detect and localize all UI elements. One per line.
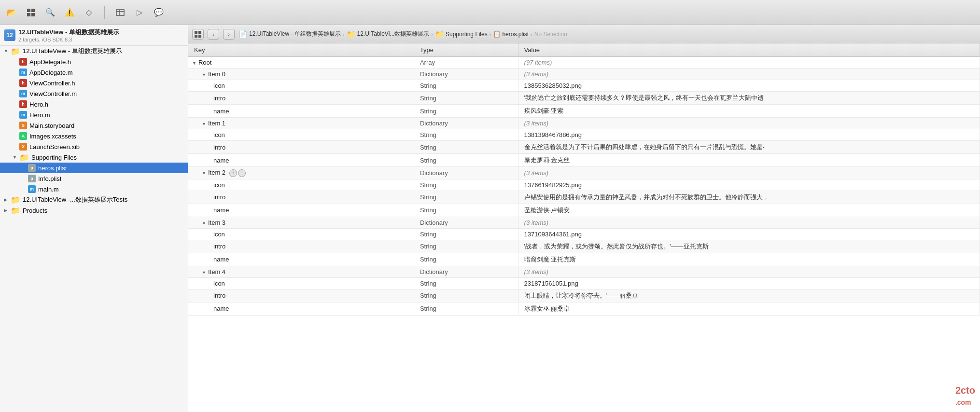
plist-type-cell: String	[414, 277, 518, 289]
plist-key-label: icon	[213, 231, 225, 238]
table-row[interactable]: nameString圣枪游侠·卢锡安	[188, 204, 980, 217]
breadcrumb-item-plist[interactable]: 📋 heros.plist	[493, 30, 529, 38]
table-row[interactable]: ▼Item 0Dictionary(3 items)	[188, 69, 980, 80]
remove-row-button[interactable]: −	[238, 169, 246, 177]
plist-key-label: intro	[213, 243, 225, 250]
sidebar-items-container: ▼📁12.UITableView - 单组数据英雄展示hAppDelegate.…	[0, 46, 188, 216]
sidebar-item-images.xcassets[interactable]: AImages.xcassets	[0, 131, 188, 141]
disclosure-project-root[interactable]: ▼	[4, 49, 10, 54]
sidebar-item-hero.m[interactable]: mHero.m	[0, 110, 188, 120]
disclosure-Tests[interactable]: ▶	[4, 197, 10, 202]
plist-key-label: Item 2	[208, 169, 225, 176]
row-disclosure[interactable]: ▼	[202, 221, 206, 226]
sidebar-item-label: Hero.m	[29, 111, 50, 119]
sidebar-item-supporting-files[interactable]: ▼📁Supporting Files	[0, 152, 188, 163]
breadcrumb-label-group: 12.UITableVi...数据英雄展示	[357, 30, 430, 38]
sidebar-item-label: AppDelegate.m	[29, 69, 73, 76]
sidebar-item-project-root[interactable]: ▼📁12.UITableView - 单组数据英雄展示	[0, 46, 188, 56]
sidebar-item-label: heros.plist	[38, 165, 67, 172]
plist-type-cell: String	[414, 179, 518, 191]
plist-key-label: Root	[198, 59, 211, 66]
plist-value-cell: 金克丝活着就是为了不计后果的四处肆虐，在她身后留下的只有一片混乱与恐慌。她是-	[518, 141, 980, 154]
row-disclosure[interactable]: ▼	[202, 270, 206, 275]
table-row[interactable]: ▼Item 2+−Dictionary(3 items)	[188, 167, 980, 179]
sidebar-item-tests[interactable]: ▶📁12.UITableView -...数据英雄展示Tests	[0, 194, 188, 205]
plist-value-cell: (3 items)	[518, 167, 980, 179]
plist-key-label: name	[213, 256, 229, 263]
sidebar-item-products[interactable]: ▶📁Products	[0, 205, 188, 216]
row-disclosure[interactable]: ▼	[192, 61, 196, 66]
sidebar-item-label: Images.xcassets	[29, 133, 76, 140]
table-row[interactable]: iconString1385536285032.png	[188, 80, 980, 92]
table-row[interactable]: introString闭上眼睛，让寒冷将你夺去。'——丽桑卓	[188, 289, 980, 302]
sidebar-item-appdelegate.m[interactable]: mAppDelegate.m	[0, 67, 188, 78]
disclosure-Supporting Files[interactable]: ▼	[13, 155, 18, 160]
diamond-icon[interactable]: ◇	[83, 7, 95, 18]
plist-type-cell: String	[414, 154, 518, 167]
table-row[interactable]: nameString暗裔剑魔·亚托克斯	[188, 253, 980, 266]
plist-type-cell: String	[414, 129, 518, 141]
plist-icon: p	[28, 175, 36, 182]
folder-icon[interactable]: 📂	[6, 7, 17, 18]
plist-key-label: name	[213, 206, 229, 214]
row-disclosure[interactable]: ▼	[202, 171, 206, 176]
grid-icon[interactable]	[25, 7, 37, 18]
table-row[interactable]: introString卢锡安使用的是拥有传承力量的神圣武器，并成为对付不死族群的…	[188, 191, 980, 204]
table-row[interactable]: introString'我的逃亡之旅到底还需要持续多久？即使是最强之风，终有一天…	[188, 92, 980, 105]
plist-value-cell: 圣枪游侠·卢锡安	[518, 204, 980, 217]
table-row[interactable]: introString'战者，或为荣耀，或为赞颂。然此皆仅为战所存也。'——亚托…	[188, 240, 980, 253]
row-disclosure[interactable]: ▼	[202, 122, 206, 126]
table-row[interactable]: nameString疾风剑豪·亚索	[188, 105, 980, 118]
breadcrumb-item-supporting[interactable]: 📁 Supporting Files	[435, 30, 488, 39]
table-row[interactable]: iconString1371093644361.png	[188, 228, 980, 240]
table-row[interactable]: ▼Item 4Dictionary(3 items)	[188, 266, 980, 277]
speech-icon[interactable]: 💬	[153, 7, 165, 18]
table-row[interactable]: introString金克丝活着就是为了不计后果的四处肆虐，在她身后留下的只有一…	[188, 141, 980, 154]
nav-forward-btn[interactable]: ›	[223, 29, 235, 40]
sidebar-item-label: Products	[23, 207, 47, 214]
warning-icon[interactable]: ⚠️	[64, 7, 75, 18]
sidebar-item-appdelegate.h[interactable]: hAppDelegate.h	[0, 56, 188, 67]
table-row[interactable]: ▼Item 3Dictionary(3 items)	[188, 217, 980, 228]
plist-value-cell: 疾风剑豪·亚索	[518, 105, 980, 118]
add-row-button[interactable]: +	[229, 169, 237, 177]
sep1: ›	[343, 31, 345, 37]
breadcrumb-item-project[interactable]: 📄 12.UITableView - 单组数据英雄展示	[238, 30, 341, 39]
sidebar-item-main.storyboard[interactable]: SMain.storyboard	[0, 120, 188, 131]
plist-key-label: name	[213, 108, 229, 115]
sidebar-item-label: 12.UITableView -...数据英雄展示Tests	[23, 195, 127, 204]
sidebar-item-viewcontroller.m[interactable]: mViewController.m	[0, 88, 188, 99]
nav-back-btn[interactable]: ‹	[208, 29, 219, 40]
sidebar-item-heros.plist[interactable]: pheros.plist	[0, 163, 188, 173]
sidebar-item-hero.h[interactable]: hHero.h	[0, 99, 188, 110]
add-remove-buttons: +−	[229, 169, 246, 177]
table-row[interactable]: ▼RootArray(97 items)	[188, 57, 980, 69]
table-row[interactable]: nameString冰霜女巫·丽桑卓	[188, 302, 980, 315]
sidebar-item-launchscreen.xib[interactable]: XLaunchScreen.xib	[0, 141, 188, 152]
nav-grid-btn[interactable]	[192, 29, 204, 40]
storyboard-icon: S	[19, 122, 27, 129]
table-row[interactable]: nameString暴走萝莉·金克丝	[188, 154, 980, 167]
table-row[interactable]: iconString1376619482925.png	[188, 179, 980, 191]
disclosure-Products[interactable]: ▶	[4, 208, 10, 213]
row-disclosure[interactable]: ▼	[202, 72, 206, 77]
breadcrumb-item-group[interactable]: 📁 12.UITableVi...数据英雄展示	[347, 30, 430, 39]
sidebar-item-label: Hero.h	[29, 101, 48, 108]
table-row[interactable]: iconString1381398467886.png	[188, 129, 980, 141]
plist-key-label: intro	[213, 95, 225, 102]
h-file-icon: h	[19, 79, 27, 87]
sidebar-item-viewcontroller.h[interactable]: hViewController.h	[0, 78, 188, 88]
table-row[interactable]: iconString231871561051.png	[188, 277, 980, 289]
folder-yellow-icon: 📁	[11, 206, 20, 215]
plist-tbody: ▼RootArray(97 items)▼Item 0Dictionary(3 …	[188, 57, 980, 316]
table-icon[interactable]	[114, 7, 126, 18]
search-icon[interactable]: 🔍	[44, 7, 56, 18]
table-header: Key Type Value	[188, 43, 980, 57]
arrow-right-icon[interactable]: ▷	[134, 7, 145, 18]
sidebar-item-label: AppDelegate.h	[29, 58, 71, 66]
sidebar-item-info.plist[interactable]: pInfo.plist	[0, 173, 188, 184]
breadcrumb: 📄 12.UITableView - 单组数据英雄展示 › 📁 12.UITab…	[238, 30, 567, 39]
sidebar-item-main.m[interactable]: mmain.m	[0, 184, 188, 194]
plist-type-cell: Dictionary	[414, 118, 518, 129]
table-row[interactable]: ▼Item 1Dictionary(3 items)	[188, 118, 980, 129]
